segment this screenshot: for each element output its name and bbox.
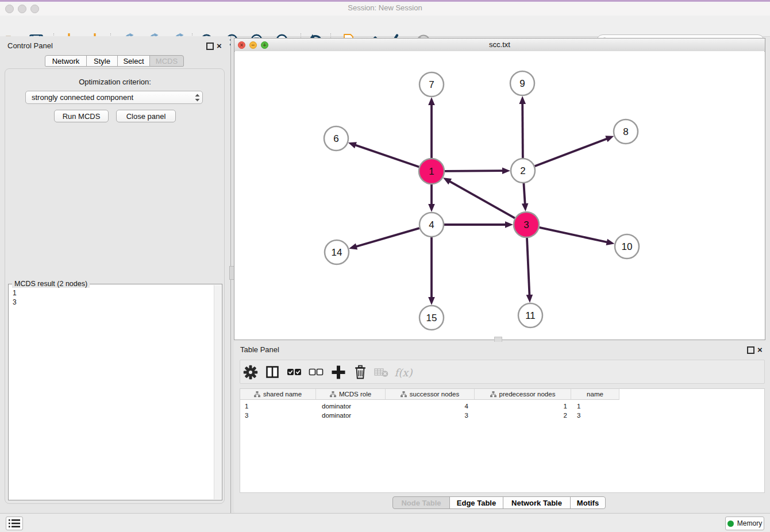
column-header-predecessor-nodes[interactable]: predecessor nodes <box>475 389 571 400</box>
graph-node[interactable]: 9 <box>510 71 534 95</box>
network-graph[interactable]: 7968124314101511 <box>235 51 764 339</box>
sort-tree-icon <box>401 391 407 398</box>
column-header-name[interactable]: name <box>571 389 619 400</box>
table-cell[interactable]: 3 <box>386 411 475 420</box>
column-header-label: predecessor nodes <box>499 391 556 398</box>
table-cell[interactable]: dominator <box>316 411 386 420</box>
graph-edge-arrowhead <box>519 96 526 104</box>
tab-node-table[interactable]: Node Table <box>392 496 450 509</box>
graph-edge[interactable] <box>522 102 523 158</box>
control-panel-float-icon[interactable] <box>206 43 214 50</box>
table-cell[interactable]: 1 <box>475 402 571 411</box>
graph-edge-arrowhead <box>349 243 357 249</box>
network-window-titlebar: × − + scc.txt <box>234 38 765 52</box>
graph-node[interactable]: 15 <box>419 306 444 330</box>
dropdown-stepper-icon <box>192 93 202 102</box>
table-cell[interactable]: 1 <box>571 402 619 411</box>
graph-node-label: 8 <box>623 126 628 137</box>
tab-motifs[interactable]: Motifs <box>570 496 606 509</box>
main-toolbar <box>0 16 770 37</box>
control-panel-title: Control Panel <box>7 41 53 50</box>
control-panel-tabs: NetworkStyleSelectMCDS <box>0 55 230 68</box>
delete-column-icon[interactable] <box>352 364 369 380</box>
network-canvas[interactable]: 7968124314101511 <box>235 51 764 339</box>
table-panel-float-icon[interactable] <box>747 346 754 354</box>
table-cell[interactable]: 2 <box>475 411 571 420</box>
column-header-label: MCDS role <box>339 391 371 398</box>
criterion-dropdown-value: strongly connected component <box>26 93 192 102</box>
graph-edge[interactable] <box>445 171 504 171</box>
column-header-label: name <box>587 391 603 398</box>
graph-edge-arrowhead <box>348 142 357 148</box>
graph-node[interactable]: 2 <box>511 159 535 183</box>
status-bar: Memory <box>0 513 770 532</box>
select-all-icon[interactable] <box>286 364 303 380</box>
graph-node[interactable]: 7 <box>419 72 444 97</box>
table-cell[interactable]: dominator <box>316 402 386 411</box>
table-cell[interactable]: 3 <box>571 411 619 420</box>
tab-select[interactable]: Select <box>117 55 150 67</box>
memory-button[interactable]: Memory <box>725 516 764 530</box>
graph-edge[interactable] <box>449 181 515 218</box>
column-header-shared-name[interactable]: shared name <box>240 389 316 400</box>
tab-network[interactable]: Network <box>45 55 87 67</box>
graph-node-label: 6 <box>333 133 338 144</box>
table-cell[interactable]: 4 <box>386 402 475 411</box>
show-panels-button[interactable] <box>6 516 23 530</box>
graph-node[interactable]: 11 <box>518 303 542 327</box>
tab-style[interactable]: Style <box>86 55 118 67</box>
graph-node[interactable]: 8 <box>614 119 638 144</box>
result-scrollbar[interactable] <box>214 285 221 499</box>
graph-node-label: 10 <box>622 241 633 252</box>
run-mcds-button[interactable]: Run MCDS <box>54 110 109 122</box>
graph-edge[interactable] <box>527 238 530 296</box>
column-header-label: successor nodes <box>410 391 459 398</box>
table-cell[interactable]: 3 <box>240 411 316 420</box>
split-panel-icon[interactable] <box>264 364 281 380</box>
window-titlebar: Session: New Session <box>0 0 770 16</box>
graph-edge[interactable] <box>535 138 609 166</box>
graph-edge-arrowhead <box>502 167 510 174</box>
gear-icon[interactable] <box>242 364 259 380</box>
tab-edge-table[interactable]: Edge Table <box>449 496 503 509</box>
sort-tree-icon <box>330 391 336 398</box>
deselect-all-icon[interactable] <box>307 364 325 380</box>
table-panel: Table Panel × f(x) shared nameMCDS roles… <box>234 342 770 511</box>
table-panel-close-icon[interactable]: × <box>757 346 763 353</box>
graph-node-label: 15 <box>426 313 437 323</box>
graph-node[interactable]: 6 <box>324 126 348 151</box>
tab-mcds[interactable]: MCDS <box>149 55 184 67</box>
titlebar-accent-strip <box>0 0 770 2</box>
graph-edge-arrowhead <box>606 239 615 245</box>
add-column-icon[interactable] <box>330 364 347 380</box>
graph-edge-arrowhead <box>522 203 529 211</box>
mcds-result-node: 1 <box>13 288 214 298</box>
graph-edge[interactable] <box>523 183 525 205</box>
graph-edge[interactable] <box>539 228 608 242</box>
sort-tree-icon <box>254 391 260 398</box>
graph-edge[interactable] <box>354 145 419 167</box>
column-header-MCDS-role[interactable]: MCDS role <box>316 389 386 400</box>
delete-table-icon <box>373 364 390 380</box>
table-toolbar: f(x) <box>240 360 765 384</box>
criterion-dropdown[interactable]: strongly connected component <box>25 91 203 104</box>
mcds-result-node: 3 <box>13 298 214 307</box>
control-panel-close-icon[interactable]: × <box>217 42 222 49</box>
table-cell[interactable]: 1 <box>240 402 316 411</box>
memory-button-label: Memory <box>737 519 762 527</box>
close-panel-button[interactable]: Close panel <box>116 110 176 122</box>
graph-node[interactable]: 10 <box>615 234 639 259</box>
graph-edge[interactable] <box>355 228 419 247</box>
column-header-label: shared name <box>263 391 302 398</box>
graph-node-label: 4 <box>429 219 434 230</box>
graph-node[interactable]: 1 <box>419 159 444 184</box>
graph-edge-arrowhead <box>605 136 614 142</box>
graph-node[interactable]: 14 <box>325 240 349 264</box>
graph-node[interactable]: 3 <box>514 212 539 237</box>
graph-edge-arrowhead <box>428 204 435 212</box>
graph-node-label: 11 <box>525 310 536 321</box>
column-header-successor-nodes[interactable]: successor nodes <box>386 389 475 400</box>
list-icon <box>9 519 20 528</box>
tab-network-table[interactable]: Network Table <box>503 496 571 509</box>
graph-node[interactable]: 4 <box>419 213 444 237</box>
